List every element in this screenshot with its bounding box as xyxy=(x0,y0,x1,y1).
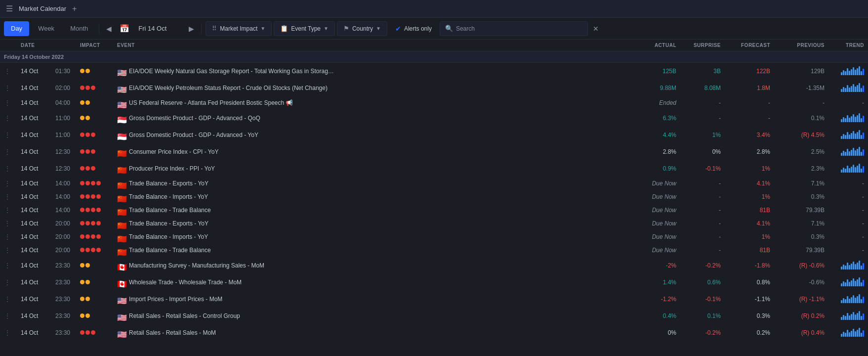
search-input[interactable] xyxy=(456,25,582,32)
event-type-filter[interactable]: 📋 Event Type ▼ xyxy=(274,21,335,36)
row-menu[interactable]: ⋮ xyxy=(0,308,17,324)
menu-icon[interactable]: ☰ xyxy=(4,2,15,15)
menu-dots-icon[interactable]: ⋮ xyxy=(4,233,11,241)
actual-value: 0.4% xyxy=(663,312,676,319)
row-previous: (R) 0.2% xyxy=(774,308,828,324)
impact-dot xyxy=(91,133,95,137)
table-row[interactable]: ⋮ 14 Oct 11:00 🇸🇬Gross Domestic Product … xyxy=(0,110,868,127)
alerts-only-toggle[interactable]: ✔ Alerts only xyxy=(389,21,438,36)
row-menu[interactable]: ⋮ xyxy=(0,204,17,217)
impact-dot xyxy=(96,234,101,239)
title-bar: ☰ Market Calendar + xyxy=(0,0,868,18)
trend-bar xyxy=(861,266,862,269)
menu-dots-icon[interactable]: ⋮ xyxy=(4,278,11,286)
row-menu[interactable]: ⋮ xyxy=(0,143,17,160)
menu-dots-icon[interactable]: ⋮ xyxy=(4,312,11,320)
row-surprise: 8.08M xyxy=(680,80,725,96)
row-menu[interactable]: ⋮ xyxy=(0,96,17,110)
row-date: 14 Oct xyxy=(17,257,51,274)
table-row[interactable]: ⋮ 14 Oct 01:30 🇺🇸EIA/DOE Weekly Natural … xyxy=(0,63,868,80)
search-close-button[interactable]: ✕ xyxy=(590,23,602,35)
menu-dots-icon[interactable]: ⋮ xyxy=(4,131,11,139)
prev-date-button[interactable]: ◀ xyxy=(103,23,115,35)
menu-dots-icon[interactable]: ⋮ xyxy=(4,206,11,214)
row-menu[interactable]: ⋮ xyxy=(0,127,17,143)
impact-dot xyxy=(85,149,90,154)
row-event: 🇺🇸Import Prices - Import Prices - MoM xyxy=(113,291,631,308)
row-trend: - xyxy=(828,204,868,217)
table-row[interactable]: ⋮ 14 Oct 20:00 🇨🇳Trade Balance - Imports… xyxy=(0,230,868,244)
row-menu[interactable]: ⋮ xyxy=(0,341,17,343)
trend-bar xyxy=(843,265,844,269)
tab-day[interactable]: Day xyxy=(4,21,29,36)
table-row[interactable]: ⋮ 14 Oct 20:00 🇨🇳Trade Balance - Trade B… xyxy=(0,244,868,257)
menu-dots-icon[interactable]: ⋮ xyxy=(4,329,11,337)
row-impact xyxy=(76,160,113,177)
table-row[interactable]: ⋮ 14 Oct 23:30 🇺🇸Retail Sales - Retail S… xyxy=(0,324,868,341)
table-row[interactable]: ⋮ 14 Oct 14:00 🇨🇳Trade Balance - Imports… xyxy=(0,190,868,204)
forecast-value: 3.4% xyxy=(757,132,770,138)
row-menu[interactable]: ⋮ xyxy=(0,230,17,244)
row-menu[interactable]: ⋮ xyxy=(0,244,17,257)
calendar-picker-button[interactable]: 📅 xyxy=(117,22,132,35)
table-row[interactable]: ⋮ 14 Oct 04:00 🇺🇸US Federal Reserve - At… xyxy=(0,96,868,110)
row-actual: Ended xyxy=(631,96,680,110)
table-row[interactable]: ⋮ 14 Oct 12:30 🇨🇳Consumer Price Index - … xyxy=(0,143,868,160)
market-impact-filter[interactable]: ⠿ Market Impact ▼ xyxy=(206,21,272,36)
row-surprise: -0.1% xyxy=(680,160,725,177)
row-actual: 0.1% xyxy=(631,341,680,343)
table-row[interactable]: ⋮ 14 Oct 14:00 🇨🇳Trade Balance - Exports… xyxy=(0,177,868,190)
country-filter[interactable]: ⚑ Country ▼ xyxy=(337,21,387,36)
menu-dots-icon[interactable]: ⋮ xyxy=(4,67,11,75)
menu-dots-icon[interactable]: ⋮ xyxy=(4,165,11,173)
menu-dots-icon[interactable]: ⋮ xyxy=(4,99,11,107)
table-row[interactable]: ⋮ 14 Oct 14:00 🇨🇳Trade Balance - Trade B… xyxy=(0,204,868,217)
flag-icon: 🇨🇳 xyxy=(117,166,126,172)
trend-bar xyxy=(857,132,858,139)
row-menu[interactable]: ⋮ xyxy=(0,274,17,291)
row-time: 12:30 xyxy=(51,160,76,177)
row-time: 20:00 xyxy=(51,217,76,230)
tab-month[interactable]: Month xyxy=(63,21,95,36)
menu-dots-icon[interactable]: ⋮ xyxy=(4,179,11,187)
row-menu[interactable]: ⋮ xyxy=(0,177,17,190)
menu-dots-icon[interactable]: ⋮ xyxy=(4,114,11,122)
table-row[interactable]: ⋮ 14 Oct 11:00 🇸🇬Gross Domestic Product … xyxy=(0,127,868,143)
table-row[interactable]: ⋮ 14 Oct 23:30 🇨🇦Wholesale Trade - Whole… xyxy=(0,274,868,291)
table-row[interactable]: ⋮ 14 Oct 12:30 🇨🇳Producer Price Index - … xyxy=(0,160,868,177)
row-menu[interactable]: ⋮ xyxy=(0,291,17,308)
row-impact xyxy=(76,63,113,80)
row-menu[interactable]: ⋮ xyxy=(0,160,17,177)
menu-dots-icon[interactable]: ⋮ xyxy=(4,84,11,92)
row-menu[interactable]: ⋮ xyxy=(0,217,17,230)
table-row[interactable]: ⋮ 14 Oct 23:30 🇺🇸Import Prices - Import … xyxy=(0,291,868,308)
row-menu[interactable]: ⋮ xyxy=(0,110,17,127)
trend-bar xyxy=(859,66,860,75)
row-event: 🇸🇬Gross Domestic Product - GDP - Advance… xyxy=(113,110,631,127)
row-actual: 125B xyxy=(631,63,680,80)
menu-dots-icon[interactable]: ⋮ xyxy=(4,148,11,156)
impact-dot xyxy=(85,234,90,239)
table-row[interactable]: ⋮ 14 Oct 23:30 🇨🇦Manufacturing Survey - … xyxy=(0,257,868,274)
menu-dots-icon[interactable]: ⋮ xyxy=(4,262,11,269)
trend-bar xyxy=(861,152,862,156)
row-forecast: -0.1% xyxy=(725,341,774,343)
row-menu[interactable]: ⋮ xyxy=(0,257,17,274)
table-row[interactable]: ⋮ 14 Oct 23:30 🇺🇸Retail Sales - Retail S… xyxy=(0,341,868,343)
table-row[interactable]: ⋮ 14 Oct 23:30 🇺🇸Retail Sales - Retail S… xyxy=(0,308,868,324)
row-event: 🇨🇳Trade Balance - Imports - YoY xyxy=(113,190,631,204)
row-menu[interactable]: ⋮ xyxy=(0,63,17,80)
table-row[interactable]: ⋮ 14 Oct 20:00 🇨🇳Trade Balance - Exports… xyxy=(0,217,868,230)
new-tab-icon[interactable]: + xyxy=(72,4,77,13)
next-date-button[interactable]: ▶ xyxy=(186,23,197,35)
menu-dots-icon[interactable]: ⋮ xyxy=(4,193,11,201)
tab-week[interactable]: Week xyxy=(31,21,61,36)
menu-dots-icon[interactable]: ⋮ xyxy=(4,220,11,227)
previous-value: -0.6% xyxy=(809,279,825,286)
menu-dots-icon[interactable]: ⋮ xyxy=(4,295,11,303)
row-menu[interactable]: ⋮ xyxy=(0,80,17,96)
row-menu[interactable]: ⋮ xyxy=(0,324,17,341)
menu-dots-icon[interactable]: ⋮ xyxy=(4,246,11,254)
row-menu[interactable]: ⋮ xyxy=(0,190,17,204)
table-row[interactable]: ⋮ 14 Oct 02:00 🇺🇸EIA/DOE Weekly Petroleu… xyxy=(0,80,868,96)
